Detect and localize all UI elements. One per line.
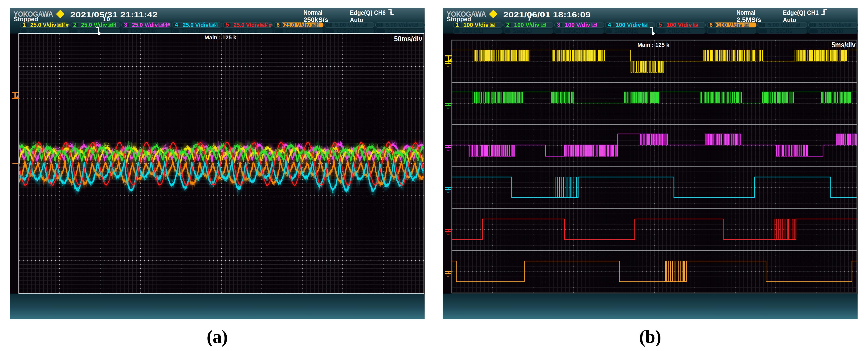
svg-text:5ms/div: 5ms/div (832, 41, 856, 49)
svg-text:LOGIC(L): LOGIC(L) (462, 28, 483, 34)
svg-text:1M: 1M (210, 23, 214, 27)
svg-text:1M: 1M (795, 23, 799, 27)
svg-text:6: 6 (276, 22, 280, 28)
svg-text:CH3xCH4: CH3xCH4 (719, 28, 741, 34)
svg-text:#: # (66, 22, 69, 28)
svg-text:5: 5 (226, 22, 229, 28)
svg-text:25.0 V/div: 25.0 V/div (183, 22, 209, 28)
svg-text:1M: 1M (413, 23, 417, 27)
svg-text:4: 4 (175, 22, 178, 28)
svg-text:State(L): State(L) (513, 28, 532, 34)
svg-text:100 V/div: 100 V/div (717, 22, 743, 28)
svg-text:5.00 V/div: 5.00 V/div (386, 22, 412, 28)
svg-text:M2: M2 (708, 28, 716, 34)
svg-text:M4: M4 (377, 28, 384, 34)
svg-text:2021/06/01 18:16:09: 2021/06/01 18:16:09 (503, 11, 591, 19)
svg-text:1M: 1M (159, 23, 163, 27)
svg-text:1M: 1M (643, 23, 647, 27)
svg-text:4: 4 (608, 22, 611, 28)
svg-text:1M: 1M (362, 23, 366, 27)
svg-text:5.00 V/div: 5.00 V/div (819, 22, 845, 28)
svg-text:CH3xCH4: CH3xCH4 (286, 28, 308, 34)
svg-text:(b): (b) (639, 327, 661, 347)
svg-text:8: 8 (378, 22, 381, 28)
svg-text:CH5xCH6: CH5xCH6 (770, 28, 792, 34)
svg-text:100 V/div: 100 V/div (616, 22, 641, 28)
svg-text:100 V/div: 100 V/div (565, 22, 590, 28)
svg-text:CH5xCH6: CH5xCH6 (337, 28, 359, 34)
svg-text:State(A|B): State(A|B) (182, 28, 206, 34)
svg-text:100 V/div: 100 V/div (463, 22, 489, 28)
svg-text:L: L (124, 28, 127, 34)
svg-text:CH7xCH8: CH7xCH8 (820, 28, 843, 34)
svg-text:CH7xCH8: CH7xCH8 (388, 28, 410, 34)
svg-text:Normal: Normal (304, 9, 322, 16)
svg-text:1M: 1M (592, 23, 596, 27)
svg-text:1M: 1M (312, 23, 315, 27)
svg-text:2021/05/31 21:11:42: 2021/05/31 21:11:42 (70, 11, 158, 19)
svg-text:100 V/div: 100 V/div (514, 22, 539, 28)
svg-text:L: L (175, 28, 178, 34)
svg-text:L: L (506, 28, 509, 34)
svg-text:5.00 V/div: 5.00 V/div (335, 22, 361, 28)
svg-text:State(L): State(L) (80, 28, 99, 34)
svg-text:M2: M2 (275, 28, 283, 34)
svg-text:M1: M1 (225, 28, 232, 34)
svg-text:L: L (557, 28, 560, 34)
svg-text:25.0 V/div: 25.0 V/div (234, 22, 259, 28)
svg-text:L: L (22, 28, 25, 34)
svg-text:Edge(Q) CH6: Edge(Q) CH6 (350, 9, 385, 16)
svg-text:25.0 V/div: 25.0 V/div (30, 22, 56, 28)
svg-text:7: 7 (327, 22, 331, 28)
svg-text:6: 6 (709, 22, 713, 28)
svg-text:8: 8 (811, 22, 814, 28)
svg-text:3: 3 (557, 22, 560, 28)
svg-text:M3: M3 (759, 28, 767, 34)
svg-text:LOGIC(A|B): LOGIC(A|B) (131, 28, 157, 34)
svg-text:LOGIC(L): LOGIC(L) (29, 28, 50, 34)
svg-text:1M: 1M (744, 23, 748, 27)
svg-text:1M: 1M (260, 23, 265, 27)
svg-text:#: # (167, 22, 170, 28)
svg-text:M3: M3 (326, 28, 334, 34)
svg-text:5: 5 (659, 22, 662, 28)
svg-text:1M: 1M (491, 23, 494, 27)
svg-text:3: 3 (124, 22, 127, 28)
svg-text:50ms/div: 50ms/div (394, 35, 422, 43)
svg-text:M1: M1 (658, 28, 665, 34)
svg-text:Main : 125 k: Main : 125 k (205, 34, 237, 40)
svg-text:Normal: Normal (737, 9, 755, 16)
svg-text:L: L (455, 28, 458, 34)
svg-text:(a): (a) (207, 327, 228, 347)
svg-text:L: L (608, 28, 611, 34)
svg-text:CH1xCH2: CH1xCH2 (235, 28, 257, 34)
svg-text:CH1xCH2: CH1xCH2 (668, 28, 690, 34)
svg-text:2: 2 (506, 22, 509, 28)
svg-text:7: 7 (760, 22, 764, 28)
svg-text:1: 1 (456, 22, 459, 28)
svg-text:1M: 1M (57, 23, 61, 27)
svg-text:#: # (269, 22, 272, 28)
svg-text:M4: M4 (810, 28, 817, 34)
svg-text:1M: 1M (541, 23, 545, 27)
svg-text:25.0 V/div: 25.0 V/div (284, 22, 310, 28)
svg-text:State(A|B): State(A|B) (615, 28, 639, 34)
svg-text:2: 2 (73, 22, 76, 28)
svg-text:L: L (73, 28, 76, 34)
svg-text:1M: 1M (108, 23, 112, 27)
svg-text:LOGIC(A|B): LOGIC(A|B) (564, 28, 590, 34)
svg-text:1: 1 (23, 22, 26, 28)
svg-text:1M: 1M (694, 23, 698, 27)
svg-text:1M: 1M (846, 23, 850, 27)
svg-text:25.0 V/div: 25.0 V/div (81, 22, 107, 28)
svg-text:5.00 V/div: 5.00 V/div (768, 22, 794, 28)
svg-text:100 V/div: 100 V/div (666, 22, 692, 28)
svg-text:Edge(Q) CH1: Edge(Q) CH1 (783, 9, 818, 16)
svg-text:Main : 125 k: Main : 125 k (638, 42, 670, 48)
svg-text:25.0 V/div: 25.0 V/div (132, 22, 158, 28)
